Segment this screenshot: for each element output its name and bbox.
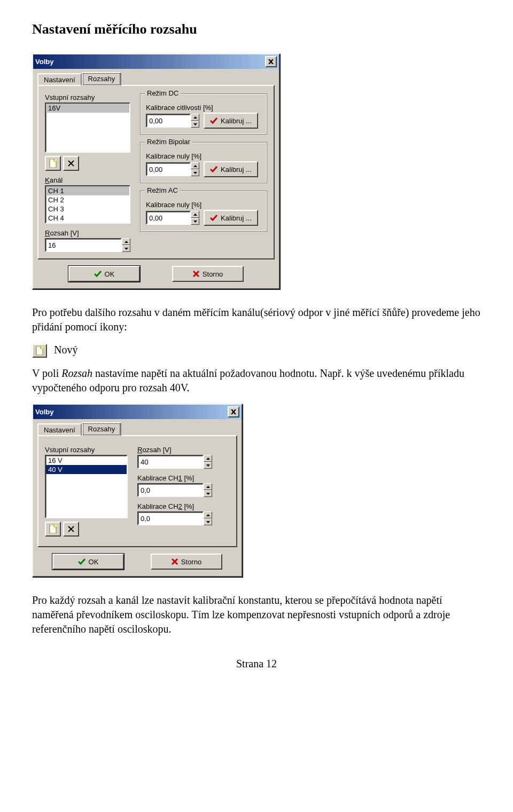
spin-down[interactable] xyxy=(204,490,212,497)
cal-zero-input[interactable]: 0,00 xyxy=(146,211,199,225)
spin-down[interactable] xyxy=(191,218,199,225)
storno-label: Storno xyxy=(203,270,223,278)
rozsah-value: 40 xyxy=(138,458,203,466)
delete-button[interactable] xyxy=(63,156,79,171)
list-item[interactable]: CH 3 xyxy=(46,204,129,214)
cal-ch2-label: Kablirace CH2 [%] xyxy=(137,502,230,510)
kalibruj-button[interactable]: Kalibruj ... xyxy=(204,161,258,177)
svg-point-1 xyxy=(41,346,44,349)
chevron-down-icon xyxy=(206,464,210,467)
chevron-down-icon xyxy=(193,220,197,223)
spin-down[interactable] xyxy=(204,462,212,469)
new-icon-line: Nový xyxy=(32,343,481,358)
cal-sens-input[interactable]: 0,00 xyxy=(146,114,199,128)
chevron-up-icon xyxy=(206,514,210,516)
ok-label: OK xyxy=(89,558,99,566)
group-rezim-bipolar: Režim Bipolar Kalibrace nuly [%] 0,00 xyxy=(140,142,267,183)
spin-up[interactable] xyxy=(204,455,212,462)
vstupni-rozsahy-label: Vstupní rozsahy xyxy=(45,93,130,101)
cal-zero-input[interactable]: 0,00 xyxy=(146,162,199,176)
tabs: Nastavení Rozsahy xyxy=(37,422,237,436)
chevron-down-icon xyxy=(193,123,197,125)
dialog-volby-1: Volby Nastavení Rozsahy Vstupní rozsahy … xyxy=(32,53,280,289)
cal-value: 0,00 xyxy=(147,165,190,174)
dialog-volby-2: Volby Nastavení Rozsahy Vstupní rozsahy … xyxy=(32,404,243,577)
spin-down[interactable] xyxy=(191,121,199,128)
chevron-up-icon xyxy=(193,165,197,167)
kanal-list[interactable]: CH 1 CH 2 CH 3 CH 4 xyxy=(45,185,130,224)
vstupni-rozsahy-list[interactable]: 16V xyxy=(45,103,130,153)
delete-x-icon xyxy=(68,160,74,167)
storno-label: Storno xyxy=(181,558,201,566)
storno-button[interactable]: Storno xyxy=(151,554,222,570)
spin-up[interactable] xyxy=(191,114,199,121)
storno-button[interactable]: Storno xyxy=(172,266,244,282)
new-document-icon xyxy=(36,346,43,355)
paragraph-3: Pro každý rozsah a kanál lze nastavit ka… xyxy=(32,593,481,636)
spin-down[interactable] xyxy=(191,169,199,176)
list-item[interactable]: 16 V xyxy=(46,456,127,465)
check-green-icon xyxy=(78,558,86,565)
new-button[interactable] xyxy=(45,156,61,171)
cal-ch1-input[interactable]: 0,0 xyxy=(137,483,212,497)
rozsah-label: Rozsah [V] xyxy=(137,446,230,454)
chevron-up-icon xyxy=(125,241,128,243)
tab-panel: Vstupní rozsahy 16V Kanál xyxy=(37,85,275,259)
kalibruj-button[interactable]: Kalibruj ... xyxy=(204,113,258,129)
chevron-down-icon xyxy=(206,521,210,523)
list-item[interactable]: CH 2 xyxy=(46,195,129,204)
ok-label: OK xyxy=(105,270,115,278)
rozsah-input[interactable]: 16 xyxy=(45,238,130,252)
kalibruj-button[interactable]: Kalibruj ... xyxy=(204,210,258,226)
vstupni-rozsahy-list[interactable]: 16 V 40 V xyxy=(45,455,128,518)
new-document-icon xyxy=(49,525,57,533)
ok-button[interactable]: OK xyxy=(52,554,124,570)
kalibruj-label: Kalibruj ... xyxy=(221,117,252,125)
titlebar: Volby xyxy=(33,405,242,419)
cancel-red-x-icon xyxy=(193,271,199,277)
spin-up[interactable] xyxy=(191,162,199,169)
svg-point-2 xyxy=(55,525,57,527)
cancel-red-x-icon xyxy=(172,558,178,565)
cal-value: 0,00 xyxy=(147,117,190,125)
chevron-down-icon xyxy=(193,172,197,174)
cal-ch1-label: Kablirace CH1 [%] xyxy=(137,474,230,482)
spin-up[interactable] xyxy=(191,211,199,218)
close-button[interactable] xyxy=(228,406,239,417)
spin-up[interactable] xyxy=(122,238,130,245)
delete-button[interactable] xyxy=(63,522,79,537)
list-item[interactable]: CH 4 xyxy=(46,214,129,223)
page-heading: Nastavení měřícího rozsahu xyxy=(32,21,481,37)
ok-button[interactable]: OK xyxy=(68,266,140,282)
window-title: Volby xyxy=(35,58,53,66)
paragraph-2: V poli Rozsah nastavíme napětí na aktuál… xyxy=(32,366,481,395)
svg-point-0 xyxy=(55,159,57,162)
vstupni-rozsahy-label: Vstupní rozsahy xyxy=(45,446,128,454)
group-title: Režim AC xyxy=(145,186,180,194)
list-item[interactable]: CH 1 xyxy=(46,186,129,195)
tab-rozsahy[interactable]: Rozsahy xyxy=(82,72,122,86)
kalibruj-label: Kalibruj ... xyxy=(221,214,252,222)
close-button[interactable] xyxy=(265,56,277,67)
rozsah-input[interactable]: 40 xyxy=(137,455,212,469)
page-footer: Strana 12 xyxy=(32,658,481,670)
kalibruj-label: Kalibruj ... xyxy=(221,165,252,174)
new-button[interactable] xyxy=(45,522,61,537)
cal-value: 0,00 xyxy=(147,214,190,222)
cal-value: 0,0 xyxy=(138,486,203,494)
spin-down[interactable] xyxy=(204,518,212,525)
tab-nastaveni[interactable]: Nastavení xyxy=(37,73,82,86)
paragraph-1: Pro potřebu dalšího rozsahu v daném měří… xyxy=(32,305,481,334)
spin-up[interactable] xyxy=(204,483,212,490)
list-item[interactable]: 40 V xyxy=(46,465,127,474)
list-item[interactable]: 16V xyxy=(46,104,129,113)
spin-down[interactable] xyxy=(122,245,130,252)
check-red-icon xyxy=(210,215,217,221)
tab-rozsahy[interactable]: Rozsahy xyxy=(82,422,122,436)
spin-up[interactable] xyxy=(204,511,212,518)
cal-value: 0,0 xyxy=(138,515,203,523)
check-green-icon xyxy=(94,271,102,277)
cal-ch2-input[interactable]: 0,0 xyxy=(137,511,212,525)
tab-nastaveni[interactable]: Nastavení xyxy=(37,423,82,436)
group-rezim-dc: Režim DC Kalibrace citlivosti [%] 0,00 xyxy=(140,93,267,135)
